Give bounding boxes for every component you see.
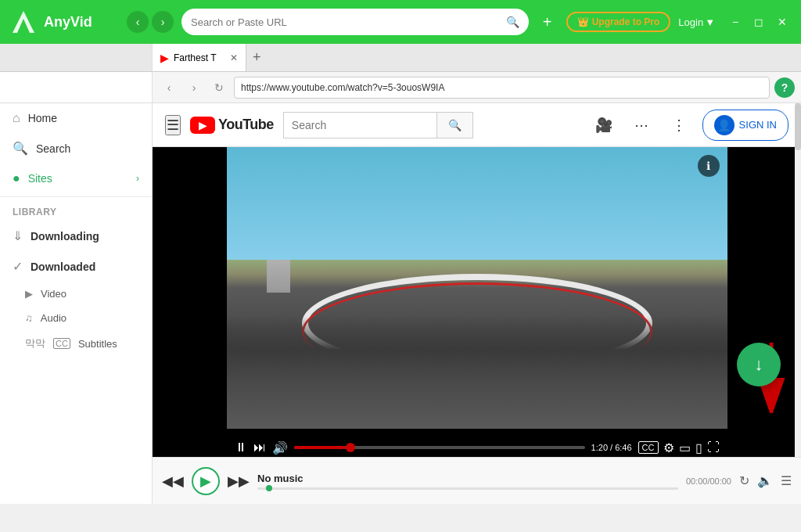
add-tab-button[interactable]: +	[537, 11, 559, 33]
player-volume-button[interactable]: 🔈	[757, 473, 773, 488]
player-queue-button[interactable]: ☰	[781, 473, 792, 488]
search-icon: 🔍	[506, 16, 519, 28]
yt-logo-text: YouTube	[218, 117, 274, 133]
globe-icon: ●	[13, 171, 20, 185]
browser-refresh-button[interactable]: ↻	[209, 77, 229, 98]
chevron-right-icon: ›	[136, 173, 139, 184]
yt-menu-button[interactable]: ☰	[165, 115, 181, 135]
video-volume-button[interactable]: 🔊	[272, 440, 288, 455]
login-button[interactable]: Login ▼	[678, 16, 715, 28]
video-info-button[interactable]: ℹ	[698, 155, 720, 177]
browser-tab[interactable]: ▶ Farthest T ✕	[153, 44, 246, 71]
scrollbar-track[interactable]	[795, 103, 801, 457]
minimize-button[interactable]: −	[726, 13, 745, 31]
video-settings-button[interactable]: ⚙	[663, 440, 674, 455]
cc-icon: 막막	[25, 336, 45, 350]
tab-bar: ▶ Farthest T ✕ +	[153, 44, 801, 72]
player-prev-button[interactable]: ◀◀	[162, 473, 184, 490]
sidebar-tab-area	[0, 44, 152, 72]
download-icon: ⇓	[13, 228, 23, 243]
sidebar-item-home[interactable]: ⌂ Home	[0, 103, 152, 133]
help-button[interactable]: ?	[774, 77, 795, 98]
sidebar-item-sites[interactable]: ● Sites ›	[0, 164, 152, 193]
video-fullscreen-button[interactable]: ⛶	[707, 440, 720, 455]
crown-icon: 👑	[577, 16, 589, 27]
library-label: Library	[0, 200, 152, 221]
sidebar-item-downloading[interactable]: ⇓ Downloading	[0, 221, 152, 251]
player-play-button[interactable]: ▶	[192, 467, 220, 495]
video-player-area: ℹ ⏸ ⏭ 🔊	[153, 147, 801, 466]
app-logo-icon	[9, 8, 38, 36]
video-cc-button[interactable]: CC	[638, 441, 659, 454]
new-tab-button[interactable]: +	[246, 49, 268, 66]
video-container[interactable]: ☰ ▶ YouTube 🔍 🎥 ⋯ ⋮ 👤 SIGN IN	[153, 103, 801, 504]
sidebar-item-downloaded[interactable]: ✓ Downloaded	[0, 251, 152, 282]
search-input[interactable]	[191, 16, 500, 28]
video-miniplayer-button[interactable]: ▭	[679, 440, 691, 455]
download-fab-button[interactable]: ↓	[737, 343, 781, 386]
sidebar-item-subtitles[interactable]: 막막 CC Subtitles	[0, 330, 152, 357]
main-layout: ⌂ Home 🔍 Search ● Sites › Library ⇓ Down…	[0, 44, 801, 504]
player-time: 00:00/00:00	[686, 476, 731, 486]
sidebar-item-video[interactable]: ▶ Video	[0, 282, 152, 306]
youtube-tab-icon: ▶	[160, 52, 169, 64]
yt-search-bar: 🔍	[283, 112, 473, 138]
browser-nav-bar: ‹ › ↻ ?	[153, 72, 801, 103]
maximize-button[interactable]: ◻	[749, 13, 768, 31]
yt-search-button[interactable]: 🔍	[436, 113, 472, 138]
video-progress-bar[interactable]	[294, 446, 585, 449]
video-pause-button[interactable]: ⏸	[235, 440, 247, 455]
yt-more-button[interactable]: ⋮	[665, 111, 693, 139]
progress-thumb	[346, 443, 355, 452]
music-icon: ♫	[25, 312, 33, 324]
upgrade-button[interactable]: 👑 Upgrade to Pro	[566, 12, 671, 32]
yt-logo: ▶ YouTube	[190, 117, 274, 134]
sidebar-divider	[0, 196, 152, 197]
download-icon: ↓	[755, 354, 763, 375]
yt-video-icon-button[interactable]: 🎥	[590, 111, 618, 139]
sidebar-nav-area	[0, 72, 152, 103]
vc-right-controls: CC ⚙ ▭ ▯ ⛶	[638, 440, 720, 455]
search-bar: 🔍	[181, 9, 529, 35]
player-repeat-button[interactable]: ↻	[739, 473, 749, 488]
sidebar: ⌂ Home 🔍 Search ● Sites › Library ⇓ Down…	[0, 44, 153, 504]
nav-forward-button[interactable]: ›	[152, 11, 174, 33]
tab-close-button[interactable]: ✕	[230, 52, 238, 63]
track-scene	[227, 147, 727, 429]
home-icon: ⌂	[13, 111, 20, 125]
player-right-controls: ↻ 🔈 ☰	[739, 473, 792, 488]
close-button[interactable]: ✕	[773, 13, 792, 31]
right-panel: ▶ Farthest T ✕ + ‹ › ↻ ? ☰ ▶ YouTube	[153, 44, 801, 504]
app-name: AnyVid	[44, 14, 92, 31]
nav-arrows: ‹ ›	[127, 11, 174, 33]
url-bar[interactable]	[234, 77, 770, 99]
browser-forward-button[interactable]: ›	[184, 77, 204, 98]
sky-overlay	[227, 147, 727, 260]
download-fab-area: ↓	[749, 343, 793, 449]
video-theater-button[interactable]: ▯	[695, 440, 702, 455]
yt-logo-icon: ▶	[190, 117, 215, 134]
browser-back-button[interactable]: ‹	[159, 77, 179, 98]
time-display: 1:20 / 6:46	[591, 443, 632, 452]
sidebar-item-audio[interactable]: ♫ Audio	[0, 306, 152, 330]
ground-overlay	[227, 316, 727, 429]
chevron-down-icon: ▼	[705, 16, 715, 28]
app-header: AnyVid ‹ › 🔍 + 👑 Upgrade to Pro Login ▼ …	[0, 0, 801, 44]
nav-back-button[interactable]: ‹	[127, 11, 149, 33]
bottom-player: ◀◀ ▶ ▶▶ No music 00:00/00:00 ↻ 🔈 ☰	[153, 457, 801, 504]
yt-grid-button[interactable]: ⋯	[627, 111, 656, 139]
player-track-info: No music	[257, 473, 678, 490]
player-progress-bar[interactable]	[257, 487, 678, 490]
video-skip-button[interactable]: ⏭	[253, 440, 266, 455]
check-icon: ✓	[13, 259, 23, 274]
yt-header: ☰ ▶ YouTube 🔍 🎥 ⋯ ⋮ 👤 SIGN IN	[153, 103, 801, 147]
scrollbar-thumb[interactable]	[795, 103, 801, 150]
player-next-button[interactable]: ▶▶	[228, 473, 250, 490]
sidebar-item-search[interactable]: 🔍 Search	[0, 133, 152, 164]
sign-in-button[interactable]: 👤 SIGN IN	[702, 110, 788, 141]
video-thumbnail[interactable]: ℹ	[227, 147, 727, 429]
yt-search-input[interactable]	[284, 113, 436, 138]
video-player: ℹ ⏸ ⏭ 🔊	[227, 147, 727, 466]
player-progress-dot	[266, 485, 272, 491]
logo-area: AnyVid	[9, 8, 119, 36]
